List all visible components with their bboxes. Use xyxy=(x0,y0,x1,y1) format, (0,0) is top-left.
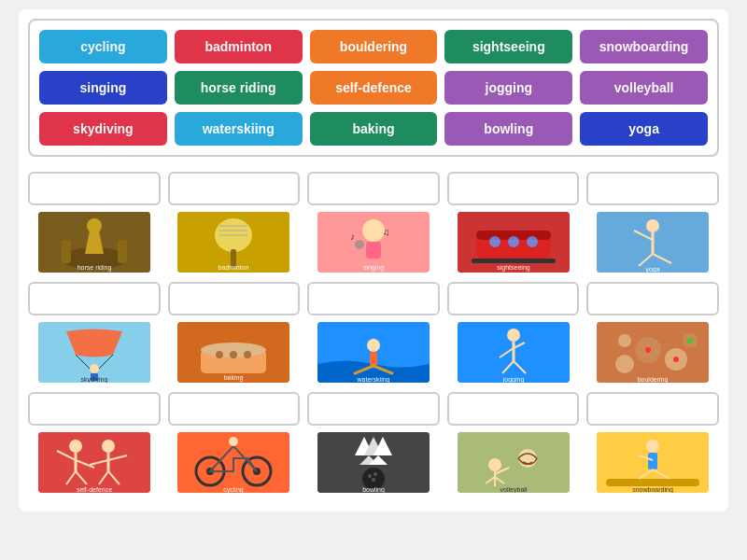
drop-zone-2-3[interactable] xyxy=(447,392,580,426)
word-tile-horse_riding[interactable]: horse riding xyxy=(175,71,303,105)
svg-point-46 xyxy=(230,351,237,358)
svg-text:cycling: cycling xyxy=(224,486,245,493)
svg-text:self-defence: self-defence xyxy=(77,486,112,493)
image-row-0: horse ridingbadminton♪♫singingsightseein… xyxy=(28,209,719,274)
svg-point-3 xyxy=(87,218,102,233)
activity-image-bouldering: bouldering xyxy=(597,322,709,383)
svg-point-64 xyxy=(615,355,634,373)
drop-rows-container: horse ridingbadminton♪♫singingsightseein… xyxy=(28,172,719,495)
word-tile-badminton[interactable]: badminton xyxy=(175,30,303,63)
image-cell-1-3: jogging xyxy=(447,319,580,385)
image-cell-1-4: bouldering xyxy=(586,319,719,385)
svg-point-97 xyxy=(368,474,372,478)
word-tile-cycling[interactable]: cycling xyxy=(39,30,167,63)
svg-text:horse riding: horse riding xyxy=(78,264,112,272)
drop-zone-0-3[interactable] xyxy=(447,172,580,205)
svg-point-69 xyxy=(645,347,651,353)
svg-point-98 xyxy=(374,472,377,476)
activity-image-volleyball: volleyball xyxy=(458,432,570,493)
drop-zone-2-2[interactable] xyxy=(307,392,440,426)
image-cell-0-4: yoga xyxy=(586,209,719,274)
svg-point-15 xyxy=(362,219,385,242)
svg-point-107 xyxy=(488,458,501,471)
image-cell-2-3: volleyball xyxy=(447,429,580,495)
drop-zone-1-3[interactable] xyxy=(447,282,580,315)
svg-rect-115 xyxy=(606,479,699,486)
svg-text:sightseeing: sightseeing xyxy=(497,264,530,272)
word-tile-bouldering[interactable]: bouldering xyxy=(310,30,438,63)
svg-point-70 xyxy=(673,357,679,362)
word-tile-volleyball[interactable]: volleyball xyxy=(580,71,708,105)
svg-point-74 xyxy=(69,440,82,453)
activity-image-self-defence: self-defence xyxy=(38,432,150,493)
drop-zone-row-1 xyxy=(28,282,719,315)
word-tile-jogging[interactable]: jogging xyxy=(444,71,572,105)
svg-point-39 xyxy=(90,364,99,373)
svg-rect-4 xyxy=(62,240,71,263)
word-tile-sightseeing[interactable]: sightseeing xyxy=(444,30,572,63)
svg-rect-51 xyxy=(370,352,377,366)
image-cell-2-1: cycling xyxy=(168,429,301,495)
svg-rect-117 xyxy=(648,453,657,469)
svg-text:yoga: yoga xyxy=(646,266,660,273)
svg-point-25 xyxy=(508,236,519,247)
drop-zone-1-1[interactable] xyxy=(168,282,301,315)
svg-point-45 xyxy=(216,351,223,358)
svg-point-80 xyxy=(102,440,115,453)
activity-image-singing: ♪♫singing xyxy=(317,212,430,273)
word-tile-singing[interactable]: singing xyxy=(39,71,167,105)
svg-point-30 xyxy=(646,219,659,232)
svg-text:volleyball: volleyball xyxy=(500,486,527,493)
svg-text:snowboarding: snowboarding xyxy=(632,486,673,493)
image-cell-1-0: skydiving xyxy=(28,319,161,385)
image-cell-0-1: badminton xyxy=(168,209,301,274)
svg-point-56 xyxy=(507,329,520,342)
drop-zone-2-4[interactable] xyxy=(586,392,719,426)
drop-zone-0-1[interactable] xyxy=(168,172,301,205)
activity-image-badminton: badminton xyxy=(177,212,289,273)
image-cell-2-4: snowboarding xyxy=(586,429,719,495)
main-container: cyclingbadmintonboulderingsightseeingsno… xyxy=(19,9,728,511)
svg-rect-5 xyxy=(118,240,127,263)
activity-image-baking: baking xyxy=(177,322,289,383)
drop-zone-2-1[interactable] xyxy=(168,392,301,426)
drop-zone-0-4[interactable] xyxy=(586,172,719,205)
activity-image-bowling: bowling xyxy=(317,432,430,493)
drop-zone-0-0[interactable] xyxy=(28,172,161,205)
svg-text:♪: ♪ xyxy=(350,231,355,242)
activity-image-skydiving: skydiving xyxy=(38,322,150,383)
svg-rect-73 xyxy=(38,432,150,493)
word-tile-bowling[interactable]: bowling xyxy=(444,112,572,146)
drop-zone-1-4[interactable] xyxy=(586,282,719,315)
word-tile-waterskiing[interactable]: waterskiing xyxy=(175,112,303,146)
image-cell-1-1: baking xyxy=(168,319,301,385)
svg-text:jogging: jogging xyxy=(501,376,524,383)
drop-zone-1-0[interactable] xyxy=(28,282,161,315)
svg-point-71 xyxy=(687,338,693,343)
svg-rect-16 xyxy=(366,242,381,259)
drop-zone-1-2[interactable] xyxy=(307,282,440,315)
word-tile-skydiving[interactable]: skydiving xyxy=(39,112,167,146)
svg-point-93 xyxy=(229,437,238,446)
activity-image-jogging: jogging xyxy=(458,322,570,383)
word-tile-yoga[interactable]: yoga xyxy=(580,112,708,146)
svg-text:singing: singing xyxy=(363,264,384,272)
activity-image-yoga: yoga xyxy=(597,212,709,273)
svg-text:bowling: bowling xyxy=(362,486,385,493)
image-row-2: self-defencecyclingbowlingvolleyballsnow… xyxy=(28,429,719,495)
svg-rect-27 xyxy=(472,259,556,263)
activity-image-sightseeing: sightseeing xyxy=(458,212,570,273)
word-tile-self_defence[interactable]: self-defence xyxy=(310,71,438,105)
svg-text:skydiving: skydiving xyxy=(80,376,107,383)
drop-zone-2-0[interactable] xyxy=(28,392,161,426)
svg-text:waterskiing: waterskiing xyxy=(356,376,389,383)
drop-zone-0-2[interactable] xyxy=(307,172,440,205)
svg-text:badminton: badminton xyxy=(218,264,249,271)
word-tile-snowboarding[interactable]: snowboarding xyxy=(580,30,708,63)
svg-point-99 xyxy=(372,478,375,482)
word-tile-baking[interactable]: baking xyxy=(310,112,438,146)
image-cell-2-0: self-defence xyxy=(28,429,161,495)
drop-zone-row-0 xyxy=(28,172,719,205)
svg-text:baking: baking xyxy=(224,374,244,382)
image-cell-1-2: waterskiing xyxy=(307,319,440,385)
